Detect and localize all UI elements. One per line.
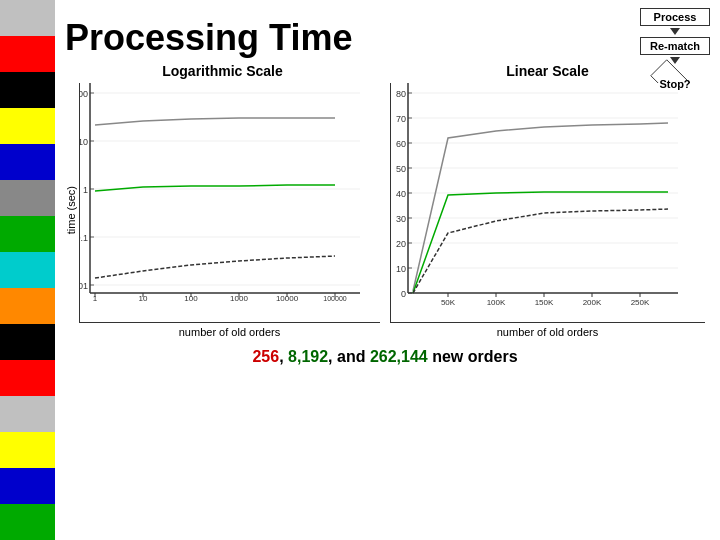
log-x-axis-label: number of old orders [79,326,380,338]
log-chart-wrap: time (sec) 100 10 1 [65,83,380,338]
svg-text:10: 10 [396,264,406,274]
lin-chart-svg: 0 10 20 30 40 [391,83,705,323]
log-chart-container: Logarithmic Scale time (sec) 100 10 [65,63,380,338]
svg-text:0: 0 [401,289,406,299]
footer-number2: 8,192 [288,348,328,365]
footer-number1: 256 [252,348,279,365]
main-content: Processing Time Logarithmic Scale time (… [55,0,720,540]
log-y-axis-label: time (sec) [65,186,77,234]
svg-text:30: 30 [396,214,406,224]
svg-text:20: 20 [396,239,406,249]
svg-text:250K: 250K [631,298,650,307]
svg-text:50: 50 [396,164,406,174]
footer-text4: new orders [428,348,518,365]
lin-x-axis-label: number of old orders [390,326,705,338]
footer-sep1: , [279,348,288,365]
svg-text:0.01: 0.01 [80,281,88,291]
footer-number3: 262,144 [370,348,428,365]
color-strip [0,0,55,540]
log-chart-area: 100 10 1 0.1 0.01 [79,83,380,323]
svg-text:10: 10 [80,137,88,147]
lin-chart-area: 0 10 20 30 40 [390,83,705,323]
svg-text:80: 80 [396,89,406,99]
svg-text:60: 60 [396,139,406,149]
svg-text:0.1: 0.1 [80,233,88,243]
svg-text:150K: 150K [535,298,554,307]
svg-text:200K: 200K [583,298,602,307]
svg-text:1: 1 [83,185,88,195]
log-chart-title: Logarithmic Scale [65,63,380,79]
lin-chart-container: Linear Scale 0 10 20 [390,63,705,338]
log-chart-svg: 100 10 1 0.1 0.01 [80,83,380,323]
page-title: Processing Time [65,18,705,58]
footer-text: 256, 8,192, and 262,144 new orders [65,348,705,366]
svg-text:50K: 50K [441,298,456,307]
charts-row: Logarithmic Scale time (sec) 100 10 [65,63,705,338]
lin-chart-title: Linear Scale [390,63,705,79]
svg-text:70: 70 [396,114,406,124]
lin-chart-wrap: 0 10 20 30 40 [390,83,705,338]
svg-text:100K: 100K [487,298,506,307]
svg-text:100: 100 [80,89,88,99]
svg-text:40: 40 [396,189,406,199]
footer-sep2: , and [328,348,370,365]
